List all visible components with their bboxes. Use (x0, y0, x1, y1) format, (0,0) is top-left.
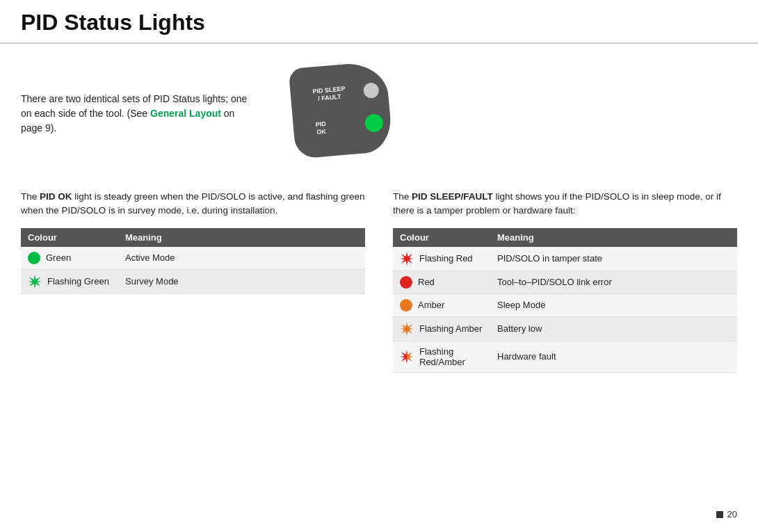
right-row2-color: Red (393, 271, 490, 293)
flashing-green-star-icon (28, 275, 42, 289)
table-row: Green Active Mode (21, 247, 365, 270)
red-dot-icon (400, 276, 412, 289)
right-table-col2-header: Meaning (490, 228, 737, 247)
left-column: The PID OK light is steady green when th… (21, 190, 365, 373)
right-row1-meaning: PID/SOLO in tamper state (490, 247, 737, 271)
sleep-light-indicator (363, 82, 380, 99)
right-row4-color: Flashing Amber (393, 316, 490, 341)
left-row2-meaning: Survey Mode (118, 269, 365, 293)
left-table-col1-header: Colour (21, 228, 118, 247)
right-row3-color-name: Amber (418, 300, 444, 310)
flashing-red-amber-star-icon (400, 350, 414, 364)
main-columns: The PID OK light is steady green when th… (21, 190, 737, 373)
left-description: The PID OK light is steady green when th… (21, 190, 365, 218)
left-table-col2-header: Meaning (118, 228, 365, 247)
device-sleep-label: PID SLEEP/ FAULT (312, 85, 346, 103)
left-row1-meaning: Active Mode (118, 247, 365, 270)
right-row4-color-name: Flashing Amber (419, 323, 482, 334)
right-row5-color: Flashing Red/Amber (393, 341, 490, 372)
table-row: Red Tool–to–PID/SOLO link error (393, 271, 737, 293)
page-title: PID Status Lights (21, 10, 737, 35)
table-row: Flashing Red/Amber Hardware fault (393, 341, 737, 372)
right-column: The PID SLEEP/FAULT light shows you if t… (393, 190, 737, 373)
left-desc-before: The (21, 191, 40, 202)
green-dot-icon (28, 252, 40, 264)
right-row1-color-name: Flashing Red (419, 253, 473, 264)
left-row2-color-name: Flashing Green (47, 276, 109, 287)
main-content: There are two identical sets of PID Stat… (0, 44, 758, 387)
right-row2-meaning: Tool–to–PID/SOLO link error (490, 271, 737, 293)
table-row: Flashing Red PID/SOLO in tamper state (393, 247, 737, 271)
right-description: The PID SLEEP/FAULT light shows you if t… (393, 190, 737, 218)
device-body: PID SLEEP/ FAULT PIDOK (289, 61, 394, 159)
flashing-amber-star-icon (400, 322, 414, 336)
ok-light-indicator (364, 113, 384, 133)
left-row1-color-name: Green (46, 252, 71, 263)
table-row: Flashing Amber Battery low (393, 316, 737, 341)
amber-dot-icon (400, 299, 412, 312)
table-row: Amber Sleep Mode (393, 293, 737, 316)
right-bold-term: PID SLEEP/FAULT (412, 191, 493, 202)
flashing-red-star-icon (400, 252, 414, 266)
page-number-square-icon (716, 511, 723, 518)
device-ok-label: PIDOK (315, 120, 327, 136)
left-row2-color: Flashing Green (21, 269, 118, 293)
right-table-col1-header: Colour (393, 228, 490, 247)
pid-ok-table: Colour Meaning Green Active Mode (21, 228, 365, 294)
table-row: Flashing Green Survey Mode (21, 269, 365, 293)
right-row3-color: Amber (393, 293, 490, 316)
right-desc-before: The (393, 191, 412, 202)
device-illustration: PID SLEEP/ FAULT PIDOK (278, 58, 403, 169)
intro-paragraph: There are two identical sets of PID Stat… (21, 92, 257, 136)
page-number: 20 (727, 509, 737, 519)
right-row4-meaning: Battery low (490, 316, 737, 341)
left-bold-term: PID OK (40, 191, 72, 202)
intro-section: There are two identical sets of PID Stat… (21, 58, 737, 169)
right-row5-meaning: Hardware fault (490, 341, 737, 372)
page-number-section: 20 (716, 509, 737, 519)
page-header: PID Status Lights (0, 0, 758, 44)
pid-sleep-fault-table: Colour Meaning (393, 228, 737, 373)
right-row2-color-name: Red (418, 277, 435, 287)
left-desc-after: light is steady green when the PID/SOLO … (21, 191, 365, 216)
right-row1-color: Flashing Red (393, 247, 490, 271)
right-row5-color-name: Flashing Red/Amber (419, 346, 483, 367)
general-layout-link[interactable]: General Layout (150, 108, 221, 119)
right-row3-meaning: Sleep Mode (490, 293, 737, 316)
left-row1-color: Green (21, 247, 118, 270)
